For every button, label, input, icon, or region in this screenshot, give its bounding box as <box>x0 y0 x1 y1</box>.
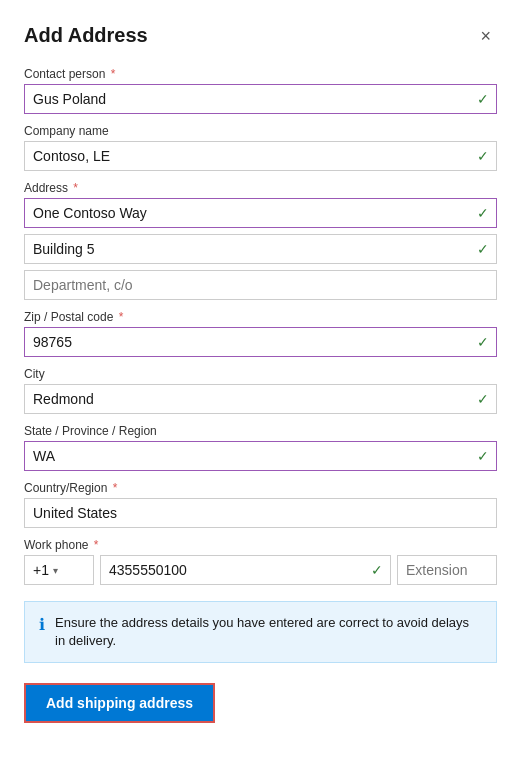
contact-person-label: Contact person * <box>24 67 497 81</box>
work-phone-label: Work phone * <box>24 538 497 552</box>
country-input[interactable] <box>24 498 497 528</box>
work-phone-field: Work phone * +1 ▾ ✓ <box>24 538 497 585</box>
address-required-star: * <box>70 181 78 195</box>
zip-wrapper: ✓ <box>24 327 497 357</box>
required-star: * <box>107 67 115 81</box>
address-field-group: Address * ✓ ✓ <box>24 181 497 300</box>
footer: Add shipping address <box>24 683 497 723</box>
country-label: Country/Region * <box>24 481 497 495</box>
company-name-input[interactable] <box>24 141 497 171</box>
state-label: State / Province / Region <box>24 424 497 438</box>
phone-row: +1 ▾ ✓ <box>24 555 497 585</box>
address-fields-group: ✓ ✓ <box>24 198 497 300</box>
address-line1-wrapper: ✓ <box>24 198 497 228</box>
zip-field: Zip / Postal code * ✓ <box>24 310 497 357</box>
country-required-star: * <box>109 481 117 495</box>
phone-country-code: +1 <box>33 562 49 578</box>
phone-country-selector[interactable]: +1 ▾ <box>24 555 94 585</box>
city-label: City <box>24 367 497 381</box>
contact-person-wrapper: ✓ <box>24 84 497 114</box>
state-wrapper: ✓ <box>24 441 497 471</box>
zip-label: Zip / Postal code * <box>24 310 497 324</box>
close-button[interactable]: × <box>474 25 497 47</box>
address-line3-input[interactable] <box>24 270 497 300</box>
state-input[interactable] <box>24 441 497 471</box>
dialog-title: Add Address <box>24 24 148 47</box>
zip-required-star: * <box>115 310 123 324</box>
company-name-field: Company name ✓ <box>24 124 497 171</box>
company-name-label: Company name <box>24 124 497 138</box>
address-line2-wrapper: ✓ <box>24 234 497 264</box>
dialog-header: Add Address × <box>24 24 497 47</box>
city-wrapper: ✓ <box>24 384 497 414</box>
address-line3-wrapper <box>24 270 497 300</box>
zip-input[interactable] <box>24 327 497 357</box>
contact-person-field: Contact person * ✓ <box>24 67 497 114</box>
info-icon: ℹ <box>39 615 45 634</box>
country-field: Country/Region * <box>24 481 497 528</box>
phone-number-input[interactable] <box>100 555 391 585</box>
address-label: Address * <box>24 181 497 195</box>
phone-extension-input[interactable] <box>397 555 497 585</box>
info-banner: ℹ Ensure the address details you have en… <box>24 601 497 663</box>
work-phone-required-star: * <box>90 538 98 552</box>
country-wrapper <box>24 498 497 528</box>
add-address-dialog: Add Address × Contact person * ✓ Company… <box>0 0 521 761</box>
city-field: City ✓ <box>24 367 497 414</box>
phone-number-wrapper: ✓ <box>100 555 391 585</box>
contact-person-input[interactable] <box>24 84 497 114</box>
city-input[interactable] <box>24 384 497 414</box>
state-field: State / Province / Region ✓ <box>24 424 497 471</box>
company-name-wrapper: ✓ <box>24 141 497 171</box>
chevron-down-icon: ▾ <box>53 565 58 576</box>
add-shipping-address-button[interactable]: Add shipping address <box>24 683 215 723</box>
address-line2-input[interactable] <box>24 234 497 264</box>
address-line1-input[interactable] <box>24 198 497 228</box>
info-text: Ensure the address details you have ente… <box>55 614 482 650</box>
